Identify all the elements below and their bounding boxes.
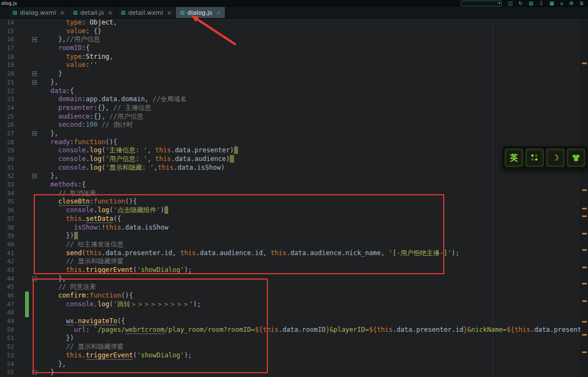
tab-close-icon[interactable]: × bbox=[167, 10, 171, 16]
error-stripe-mark[interactable] bbox=[582, 321, 587, 323]
code-line-54[interactable]: 54 }, bbox=[0, 360, 588, 369]
code-line-17[interactable]: 17 roomID:{ bbox=[0, 44, 588, 53]
code-line-30[interactable]: 30 console.log('用户信息: ', this.data.audie… bbox=[0, 155, 588, 164]
code-line-47[interactable]: 47 console.log('跳转＞＞＞＞＞＞＞＞＞'); bbox=[0, 300, 588, 309]
code-line-42[interactable]: 42 // 显示和隐藏弹窗 bbox=[0, 257, 588, 266]
tab-close-icon[interactable]: × bbox=[60, 10, 65, 16]
code-line-44[interactable]: 44 }, bbox=[0, 275, 588, 283]
code-line-20[interactable]: 20 } bbox=[0, 70, 588, 78]
code-line-38[interactable]: 38 isShow:!this.data.isShow bbox=[0, 224, 588, 232]
code-editor[interactable]: 14 type: Object,15 value: {}16 },//用户信息1… bbox=[0, 18, 588, 377]
toolbar-dropdown[interactable]: ▾ bbox=[461, 1, 502, 7]
settings-icon[interactable]: ⚙ bbox=[569, 1, 573, 6]
code-text: }, bbox=[42, 360, 66, 369]
code-text: presenter:{}, // 主播信息 bbox=[42, 104, 151, 113]
code-line-35[interactable]: 35 closeBtn:function(){ bbox=[0, 197, 588, 206]
ime-lang-toggle-button[interactable]: 英 bbox=[505, 149, 523, 167]
code-line-24[interactable]: 24 presenter:{}, // 主播信息 bbox=[0, 104, 588, 113]
line-number: 35 bbox=[0, 197, 14, 206]
fold-marker-icon[interactable] bbox=[32, 131, 37, 136]
code-line-27[interactable]: 27 }, bbox=[0, 129, 588, 138]
error-stripe-mark[interactable] bbox=[582, 283, 587, 285]
code-line-49[interactable]: 49 wx.navigateTo({ bbox=[0, 317, 588, 326]
code-text: console.log('点击隐藏组件') bbox=[42, 206, 168, 215]
code-line-36[interactable]: 36 console.log('点击隐藏组件') bbox=[0, 206, 588, 215]
code-line-50[interactable]: 50 url: `/pages/webrtcroom/play_room/roo… bbox=[0, 326, 588, 335]
tab-dialog.js[interactable]: ▤dialog.js× bbox=[176, 7, 225, 18]
refresh-icon[interactable]: ↻ bbox=[519, 1, 523, 6]
code-line-14[interactable]: 14 type: Object, bbox=[0, 18, 588, 27]
code-line-45[interactable]: 45 // 同意连麦 bbox=[0, 283, 588, 292]
ime-punctuation-button[interactable] bbox=[525, 149, 544, 167]
file-icon: ▤ bbox=[180, 10, 185, 15]
code-line-21[interactable]: 21 }, bbox=[0, 78, 588, 87]
fold-marker-icon[interactable] bbox=[32, 276, 37, 281]
code-line-15[interactable]: 15 value: {} bbox=[0, 27, 588, 36]
menu-icon[interactable]: ≣ bbox=[579, 1, 584, 6]
code-line-46[interactable]: 46 confirm:function(){ bbox=[0, 292, 588, 300]
code-line-32[interactable]: 32 }, bbox=[0, 172, 588, 181]
line-number: 46 bbox=[0, 292, 14, 300]
error-stripe-mark[interactable] bbox=[582, 215, 587, 217]
error-stripe-mark[interactable] bbox=[582, 208, 587, 209]
code-text: value:'' bbox=[42, 61, 97, 70]
tab-dialog.wxml[interactable]: ▤dialog.wxml× bbox=[9, 7, 69, 18]
panel-toggle-icon[interactable]: ◫ bbox=[508, 1, 513, 6]
code-text: value: {} bbox=[42, 27, 101, 36]
code-line-43[interactable]: 43 this.triggerEvent('showDialog'); bbox=[0, 266, 588, 275]
code-line-29[interactable]: 29 console.log('主播信息: ', this.data.prese… bbox=[0, 146, 588, 155]
line-number: 19 bbox=[0, 61, 14, 70]
code-line-19[interactable]: 19 value:'' bbox=[0, 61, 588, 70]
error-stripe-mark[interactable] bbox=[582, 249, 587, 251]
code-line-37[interactable]: 37 this.setData({ bbox=[0, 215, 588, 224]
code-line-52[interactable]: 52 // 显示和隐藏弹窗 bbox=[0, 343, 588, 351]
code-line-23[interactable]: 23 domain:app.data.domain, //全局域名 bbox=[0, 95, 588, 104]
layout-icon[interactable]: ▤ bbox=[529, 1, 534, 6]
grid-icon[interactable]: ▦ bbox=[549, 1, 554, 6]
tab-close-icon[interactable]: × bbox=[216, 10, 221, 16]
code-text: this.setData({ bbox=[42, 215, 121, 224]
code-line-18[interactable]: 18 type:String, bbox=[0, 53, 588, 61]
code-text: console.log('主播信息: ', this.data.presente… bbox=[42, 146, 238, 155]
code-text: url: `/pages/webrtcroom/play_room/room?r… bbox=[42, 326, 588, 335]
code-line-51[interactable]: 51 }) bbox=[0, 334, 588, 343]
error-stripe-mark[interactable] bbox=[582, 63, 587, 64]
error-stripe-mark[interactable] bbox=[582, 351, 587, 353]
code-text: this.triggerEvent('showDialog'); bbox=[42, 266, 192, 275]
error-stripe-mark[interactable] bbox=[582, 267, 587, 268]
error-stripe-mark[interactable] bbox=[582, 334, 587, 336]
code-line-53[interactable]: 53 this.triggerEvent('showDialog'); bbox=[0, 351, 588, 360]
error-stripe-mark[interactable] bbox=[582, 233, 587, 234]
ime-skin-button[interactable] bbox=[567, 149, 585, 167]
download-icon[interactable]: ⇩ bbox=[540, 1, 544, 6]
fold-marker-icon[interactable] bbox=[32, 370, 37, 375]
code-line-41[interactable]: 41 send(this.data.presenter.id, this.dat… bbox=[0, 249, 588, 258]
code-line-31[interactable]: 31 console.log('显示和隐藏: ',this.data.isSho… bbox=[0, 164, 588, 172]
code-line-26[interactable]: 26 second:100 // 倒计时 bbox=[0, 121, 588, 129]
code-line-28[interactable]: 28 ready:function(){ bbox=[0, 138, 588, 147]
tab-detail.wxml[interactable]: ▤detail.wxml× bbox=[117, 7, 176, 18]
line-number: 26 bbox=[0, 121, 14, 129]
code-line-55[interactable]: 55 } bbox=[0, 368, 588, 377]
tab-close-icon[interactable]: × bbox=[108, 10, 113, 16]
code-line-22[interactable]: 22 data:{ bbox=[0, 87, 588, 96]
fold-marker-icon[interactable] bbox=[32, 71, 37, 76]
code-line-40[interactable]: 40 // 给主播发送信息 bbox=[0, 240, 588, 249]
error-stripe-mark[interactable] bbox=[582, 189, 587, 191]
code-text: }, bbox=[42, 275, 66, 283]
code-line-34[interactable]: 34 // 取消连麦 bbox=[0, 189, 588, 198]
code-line-25[interactable]: 25 audience:{}, //用户信息 bbox=[0, 113, 588, 121]
code-line-39[interactable]: 39 }) bbox=[0, 232, 588, 240]
code-line-48[interactable]: 48 bbox=[0, 308, 588, 317]
error-stripe[interactable] bbox=[580, 18, 588, 377]
home-icon[interactable]: ⌂ bbox=[560, 1, 564, 6]
code-line-16[interactable]: 16 },//用户信息 bbox=[0, 35, 588, 44]
fold-marker-icon[interactable] bbox=[32, 80, 37, 85]
error-stripe-mark[interactable] bbox=[582, 300, 587, 302]
ime-night-mode-button[interactable]: ☽ bbox=[546, 149, 565, 167]
line-number: 36 bbox=[0, 206, 14, 215]
tab-detail.js[interactable]: ▤detail.js× bbox=[69, 7, 117, 18]
code-line-33[interactable]: 33 methods:{ bbox=[0, 181, 588, 189]
fold-marker-icon[interactable] bbox=[32, 174, 37, 178]
fold-marker-icon[interactable] bbox=[32, 37, 37, 42]
